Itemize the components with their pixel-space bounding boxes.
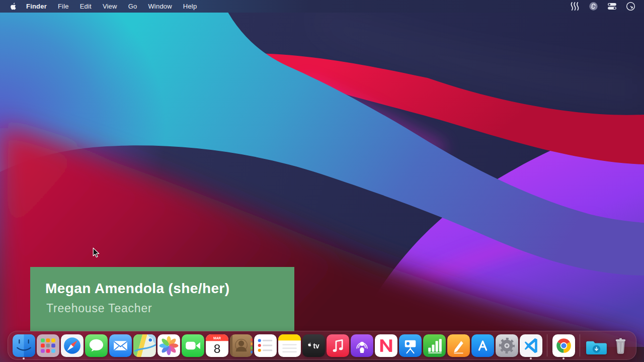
dock-item-facetime[interactable] xyxy=(181,334,204,357)
dock-item-contacts[interactable] xyxy=(229,334,253,357)
dock-item-news[interactable] xyxy=(374,334,397,357)
dock-item-notes[interactable] xyxy=(278,334,301,357)
dock-item-reminders[interactable] xyxy=(254,334,277,357)
dock-item-messages[interactable] xyxy=(85,334,108,357)
dock-item-app-store[interactable] xyxy=(471,334,494,357)
name-banner: Megan Amendola (she/her) Treehouse Teach… xyxy=(30,267,294,331)
menu-item-help[interactable]: Help xyxy=(178,0,203,13)
dock-item-safari[interactable] xyxy=(60,334,84,357)
menu-item-window[interactable]: Window xyxy=(142,0,177,13)
dock: MAR 8 xyxy=(8,331,636,360)
dock-separator xyxy=(580,334,580,356)
dock-item-vscode[interactable] xyxy=(519,334,542,357)
dock-item-numbers[interactable] xyxy=(423,334,446,357)
menu-item-view[interactable]: View xyxy=(97,0,123,13)
control-center-icon[interactable] xyxy=(603,0,621,13)
apple-logo-icon xyxy=(9,2,17,11)
dock-item-launchpad[interactable] xyxy=(36,334,59,357)
dock-item-podcasts[interactable] xyxy=(350,334,373,357)
dock-item-photos[interactable] xyxy=(157,334,180,357)
dock-item-keynote[interactable] xyxy=(398,334,422,357)
dock-item-downloads[interactable] xyxy=(585,334,608,357)
running-indicator xyxy=(562,357,565,359)
tv-label: tv xyxy=(313,342,319,350)
dock-item-music[interactable] xyxy=(326,334,349,357)
menu-item-file[interactable]: File xyxy=(52,0,74,13)
calendar-day-label: 8 xyxy=(213,341,220,355)
clock-icon[interactable] xyxy=(621,0,644,13)
dock-item-calendar[interactable]: MAR 8 xyxy=(205,334,228,357)
menu-bar: Finder File Edit View Go Window Help xyxy=(0,0,644,13)
dock-item-pages[interactable] xyxy=(447,334,470,357)
desktop: Finder File Edit View Go Window Help xyxy=(0,0,644,362)
menu-item-edit[interactable]: Edit xyxy=(74,0,97,13)
apple-menu[interactable] xyxy=(0,0,22,13)
banner-person-role: Treehouse Teacher xyxy=(46,302,294,315)
menu-item-go[interactable]: Go xyxy=(123,0,143,13)
dock-item-trash[interactable] xyxy=(609,334,632,357)
calendar-month-label: MAR xyxy=(213,336,220,339)
dock-separator xyxy=(547,334,547,356)
creative-cloud-icon[interactable] xyxy=(584,0,603,13)
running-indicator xyxy=(530,357,532,359)
dock-item-tv[interactable]: tv xyxy=(302,334,325,357)
dock-item-finder[interactable] xyxy=(12,334,35,357)
dock-item-maps[interactable] xyxy=(133,334,156,357)
dock-item-chrome[interactable] xyxy=(552,334,575,357)
banner-person-name: Megan Amendola (she/her) xyxy=(45,281,294,297)
menu-item-finder[interactable]: Finder xyxy=(22,0,52,13)
dock-item-system-preferences[interactable] xyxy=(495,334,518,357)
running-indicator xyxy=(23,357,25,359)
dock-item-mail[interactable] xyxy=(109,334,132,357)
mouse-cursor xyxy=(93,247,100,258)
waves-icon[interactable] xyxy=(566,0,584,13)
